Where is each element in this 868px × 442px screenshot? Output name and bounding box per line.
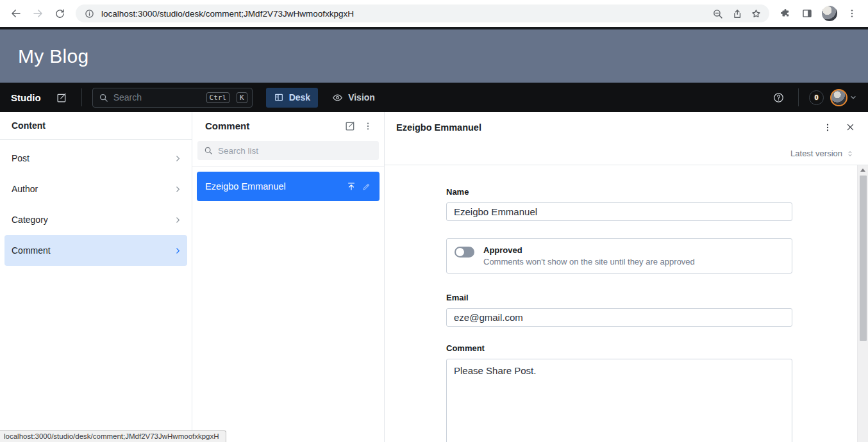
comment-field[interactable]: Please Share Post. (446, 359, 792, 442)
search-icon (99, 93, 108, 102)
approved-toggle[interactable] (455, 247, 474, 258)
tab-layout-button[interactable] (797, 4, 817, 23)
content-sidebar: Content Post Author Category Comment (0, 112, 192, 442)
document-form-area: Name Approved Comments won't show on the… (385, 165, 868, 442)
comment-list-panel: Comment Ezeigbo Emmanuel (192, 112, 385, 442)
version-label: Latest version (790, 149, 842, 158)
navbar-divider (81, 88, 82, 106)
tab-vision[interactable]: Vision (324, 88, 383, 108)
browser-profile-avatar[interactable] (822, 6, 837, 21)
global-search-input[interactable] (113, 92, 201, 102)
status-badge[interactable]: 0 (809, 90, 824, 105)
chevron-down-icon (849, 94, 857, 101)
approved-description: Comments won't show on the site until th… (483, 257, 695, 266)
scrollbar-thumb[interactable] (860, 176, 867, 341)
chevron-right-icon (174, 185, 182, 193)
help-icon (772, 92, 785, 104)
email-field-label: Email (446, 293, 792, 302)
back-button[interactable] (6, 4, 26, 23)
list-search-input[interactable] (218, 146, 372, 156)
star-icon[interactable] (749, 7, 763, 20)
back-icon (10, 8, 22, 19)
list-search[interactable] (197, 141, 379, 160)
list-panel-title: Comment (205, 120, 341, 131)
new-document-button[interactable] (341, 117, 360, 135)
studio-navbar: Studio Ctrl K Desk Vision 0 (0, 83, 868, 112)
keycap-k: K (237, 92, 247, 103)
extensions-icon (780, 8, 791, 19)
sidebar-items: Post Author Category Comment (0, 140, 192, 269)
tab-desk[interactable]: Desk (266, 88, 318, 108)
sidebar-item-label: Category (12, 215, 48, 225)
eye-icon (332, 92, 343, 103)
site-title: My Blog (18, 45, 88, 67)
compose-button[interactable] (53, 88, 71, 107)
refresh-button[interactable] (50, 4, 69, 23)
sort-chevrons-icon (846, 149, 854, 158)
site-header: My Blog (0, 29, 868, 83)
info-icon[interactable] (83, 8, 96, 20)
link-status-bar: localhost:3000/studio/desk/comment;JMdf2… (0, 430, 226, 442)
help-button[interactable] (769, 88, 788, 107)
url-text[interactable]: localhost:3000/studio/desk/comment;JMdf2… (101, 9, 705, 19)
sidebar-item-label: Author (12, 184, 38, 194)
publish-icon (344, 179, 359, 194)
edit-icon (359, 179, 374, 194)
toggle-knob (456, 248, 464, 256)
document-header: Ezeigbo Emmanuel Latest version (385, 112, 868, 165)
close-document-button[interactable] (842, 119, 859, 136)
document-title: Ezeigbo Emmanuel (396, 122, 814, 133)
extensions-button[interactable] (776, 4, 795, 23)
search-icon (204, 146, 213, 155)
address-bar[interactable]: localhost:3000/studio/desk/comment;JMdf2… (76, 4, 769, 22)
sidebar-item-comment[interactable]: Comment (4, 235, 187, 266)
sidebar-item-category[interactable]: Category (4, 204, 187, 235)
name-field[interactable] (446, 202, 792, 221)
name-field-label: Name (446, 187, 792, 197)
version-selector[interactable]: Latest version (790, 149, 854, 158)
scroll-up-button[interactable] (858, 165, 868, 175)
compose-icon (56, 92, 68, 104)
forward-icon (32, 8, 44, 19)
sidebar-item-label: Comment (12, 245, 51, 256)
user-avatar (830, 89, 847, 106)
share-icon[interactable] (730, 7, 744, 20)
list-panel-header: Comment (192, 112, 384, 140)
forward-button[interactable] (28, 4, 47, 23)
list-menu-button[interactable] (360, 118, 376, 135)
approved-field: Approved Comments won't show on the site… (446, 238, 792, 274)
scroll-up-icon (860, 168, 865, 172)
studio-brand[interactable]: Studio (11, 92, 41, 103)
refresh-icon (54, 8, 65, 19)
sidebar-title: Content (0, 112, 192, 140)
tab-layout-icon (801, 8, 813, 19)
global-search[interactable]: Ctrl K (92, 88, 253, 108)
document-form: Name Approved Comments won't show on the… (446, 165, 792, 442)
desk-icon (274, 92, 284, 102)
sidebar-item-post[interactable]: Post (4, 143, 187, 174)
navbar-divider-right (798, 88, 799, 106)
email-field[interactable] (446, 308, 792, 327)
document-scrollbar[interactable] (857, 165, 868, 442)
comment-field-label: Comment (446, 343, 792, 353)
tab-desk-label: Desk (289, 92, 310, 102)
chevron-right-icon (174, 154, 182, 163)
keycap-ctrl: Ctrl (206, 92, 230, 103)
zoom-out-icon[interactable] (711, 7, 724, 20)
user-menu[interactable] (830, 89, 857, 106)
browser-chrome: localhost:3000/studio/desk/comment;JMdf2… (0, 0, 868, 27)
sidebar-item-author[interactable]: Author (4, 174, 187, 204)
browser-menu-icon (847, 8, 857, 19)
compose-icon (344, 120, 356, 132)
list-item[interactable]: Ezeigbo Emmanuel (197, 172, 380, 201)
list-items: Ezeigbo Emmanuel (192, 167, 384, 206)
tab-vision-label: Vision (348, 92, 375, 102)
main-content: Content Post Author Category Comment Com… (0, 112, 868, 442)
document-panel: Ezeigbo Emmanuel Latest version Name (385, 112, 868, 442)
browser-menu-button[interactable] (842, 4, 862, 23)
link-status-url: localhost:3000/studio/desk/comment;JMdf2… (4, 432, 219, 440)
more-vertical-icon (363, 121, 373, 131)
document-menu-button[interactable] (819, 119, 837, 136)
more-vertical-icon (822, 122, 833, 133)
approved-label: Approved (483, 245, 695, 255)
